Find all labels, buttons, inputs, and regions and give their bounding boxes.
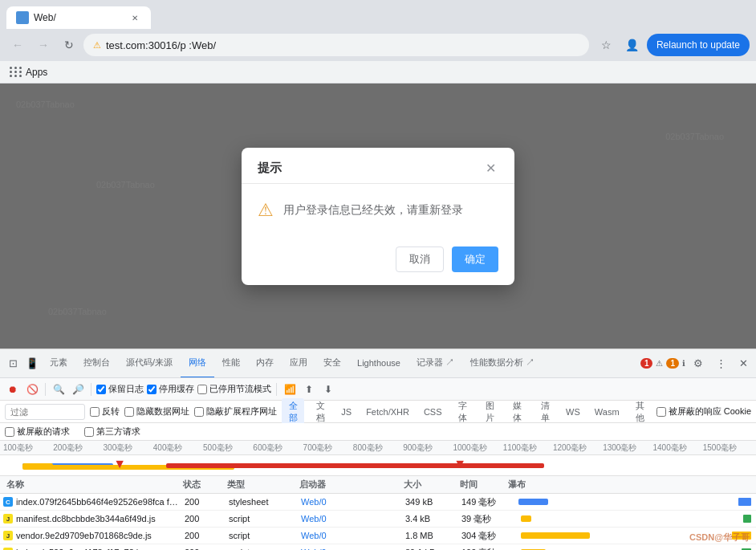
third-party-checkbox[interactable]: 第三方请求 (84, 426, 140, 438)
csdn-watermark: CSDN@华子哥 (689, 532, 750, 544)
col-time-header: 时间 (457, 479, 505, 491)
mark-1200: 1200毫秒 (553, 442, 603, 454)
filter-input[interactable] (5, 404, 85, 420)
mark-1100: 1100毫秒 (503, 442, 553, 454)
blocked-resp-checkbox[interactable]: 被屏蔽的响应 Cookie (656, 405, 751, 418)
tab-perf-insights[interactable]: 性能数据分析 ↗ (462, 349, 543, 378)
waterfall-bar (521, 515, 530, 522)
row-type: stylesheet (226, 497, 298, 507)
filter-wasm-button[interactable]: Wasm (590, 405, 624, 418)
mark-1400: 1400毫秒 (652, 442, 702, 454)
mark-1500: 1500毫秒 (703, 442, 753, 454)
search-button[interactable]: 🔎 (70, 381, 86, 397)
dialog-close-button[interactable]: ✕ (482, 161, 498, 177)
col-size-header: 大小 (400, 479, 457, 491)
filter-css-button[interactable]: CSS (419, 405, 447, 418)
devtools-close-button[interactable]: ✕ (734, 354, 753, 373)
filter-font-button[interactable]: 字体 (452, 398, 474, 426)
upload-button[interactable]: ⬆ (301, 381, 317, 397)
apps-label: Apps (26, 67, 47, 78)
invert-checkbox[interactable]: 反转 (90, 405, 120, 418)
timeline-ruler: 100毫秒 200毫秒 300毫秒 400毫秒 500毫秒 600毫秒 700毫… (0, 441, 756, 455)
devtools-panel: ⊡ 📱 元素 控制台 源代码/来源 网络 性能 内存 应用 (0, 348, 756, 550)
file-icon-css: C (3, 497, 13, 507)
row-type: script (226, 531, 298, 540)
table-row[interactable]: C index.079f2645bb646f4e92526e98fca fd5.… (0, 494, 756, 511)
hide-ext-url-checkbox[interactable]: 隐蔽扩展程序网址 (194, 405, 277, 418)
devtools-inspect-button[interactable]: ⊡ (3, 354, 22, 373)
tab-network[interactable]: 网络 (181, 349, 214, 378)
mark-100: 100毫秒 (3, 442, 53, 454)
tab-memory[interactable]: 内存 (248, 349, 282, 378)
download-button[interactable]: ⬇ (320, 381, 336, 397)
address-text: test.com:30016/p :Web/ (106, 39, 216, 51)
hide-data-url-checkbox[interactable]: 隐藏数据网址 (124, 405, 189, 418)
back-button[interactable]: ← (6, 34, 29, 56)
bookmark-button[interactable]: ☆ (595, 34, 618, 56)
timeline-bar-user (166, 463, 544, 468)
filter-manifest-button[interactable]: 清单 (534, 398, 556, 426)
relaunch-button[interactable]: Relaunch to update (647, 34, 750, 56)
apps-button[interactable]: Apps (10, 67, 47, 78)
col-initiator-header: 启动器 (296, 479, 400, 491)
clear-button[interactable]: 🚫 (24, 381, 40, 397)
devtools-settings-button[interactable]: ⚙ (689, 354, 708, 373)
filter-fetch-button[interactable]: Fetch/XHR (361, 405, 414, 418)
tab-performance[interactable]: 性能 (214, 349, 248, 378)
filter-media-button[interactable]: 媒体 (506, 398, 529, 426)
tab-close-button[interactable]: ✕ (128, 11, 141, 24)
tab-elements[interactable]: 元素 (42, 349, 75, 378)
toolbar-divider-3 (276, 383, 277, 396)
dialog-footer: 取消 确定 (242, 237, 514, 285)
filter-doc-button[interactable]: 文档 (309, 398, 331, 426)
devtools-device-button[interactable]: 📱 (22, 354, 42, 373)
filter-all-button[interactable]: 全部 (282, 398, 304, 426)
wf-mini (738, 498, 751, 506)
dialog-cancel-button[interactable]: 取消 (396, 246, 444, 272)
mark-400: 400毫秒 (153, 442, 203, 454)
row-time: 102 毫秒 (458, 547, 506, 551)
dialog-confirm-button[interactable]: 确定 (452, 246, 498, 272)
preserve-log-checkbox[interactable]: 保留日志 (96, 383, 144, 395)
address-bar-row: ← → ↻ ⚠ test.com:30016/p :Web/ ☆ 👤 Relau… (0, 29, 756, 61)
row-initiator: Web/0 (298, 497, 402, 507)
blocked-req-checkbox[interactable]: 被屏蔽的请求 (5, 426, 70, 438)
tab-recorder[interactable]: 记录器 ↗ (408, 349, 462, 378)
file-icon-js: J (3, 531, 13, 540)
toolbar-divider-1 (45, 383, 46, 396)
tab-lighthouse[interactable]: Lighthouse (349, 349, 408, 378)
row-waterfall (506, 511, 753, 528)
devtools-tab-bar: ⊡ 📱 元素 控制台 源代码/来源 网络 性能 内存 应用 (0, 349, 756, 378)
tab-sources[interactable]: 源代码/来源 (118, 349, 181, 378)
tab-title: Web/ (34, 12, 124, 23)
table-row[interactable]: J manifest.dc8bcbbde3b344a6f49d.js 200 s… (0, 511, 756, 528)
toolbar-right: ☆ 👤 Relaunch to update (595, 34, 750, 56)
address-bar[interactable]: ⚠ test.com:30016/p :Web/ (83, 34, 589, 56)
tab-console[interactable]: 控制台 (75, 349, 118, 378)
filter-other-button[interactable]: 其他 (629, 398, 652, 426)
wifi-button[interactable]: 📶 (282, 381, 298, 397)
disable-stream-checkbox[interactable]: 已停用节流模式 (197, 383, 271, 395)
profile-button[interactable]: 👤 (621, 34, 644, 56)
warn-label: ℹ (682, 359, 685, 368)
filter-button[interactable]: 🔍 (51, 381, 67, 397)
active-tab[interactable]: Web/ ✕ (6, 6, 151, 29)
row-size: 1.8 MB (402, 531, 458, 540)
disable-cache-checkbox[interactable]: 停用缓存 (147, 383, 194, 395)
dialog-warning-icon: ⚠ (258, 200, 274, 221)
filter-ws-button[interactable]: WS (561, 405, 585, 418)
devtools-more-button[interactable]: ⋮ (711, 354, 730, 373)
filter-img-button[interactable]: 图片 (479, 398, 502, 426)
reload-button[interactable]: ↻ (58, 34, 80, 56)
tab-application[interactable]: 应用 (282, 349, 315, 378)
bookmarks-bar: Apps (0, 61, 756, 84)
forward-button[interactable]: → (32, 34, 55, 56)
table-row[interactable]: J index.dc502e6ca4178cf17e73.js 200 scri… (0, 544, 756, 550)
mark-600: 600毫秒 (253, 442, 303, 454)
table-row[interactable]: J vendor.9e2d9709eb701868c9de.js 200 scr… (0, 528, 756, 544)
record-button[interactable]: ⏺ (5, 381, 21, 397)
dialog-title: 提示 (258, 161, 282, 176)
tab-bar: Web/ ✕ (0, 0, 756, 29)
filter-js-button[interactable]: JS (336, 405, 356, 418)
tab-security[interactable]: 安全 (315, 349, 349, 378)
